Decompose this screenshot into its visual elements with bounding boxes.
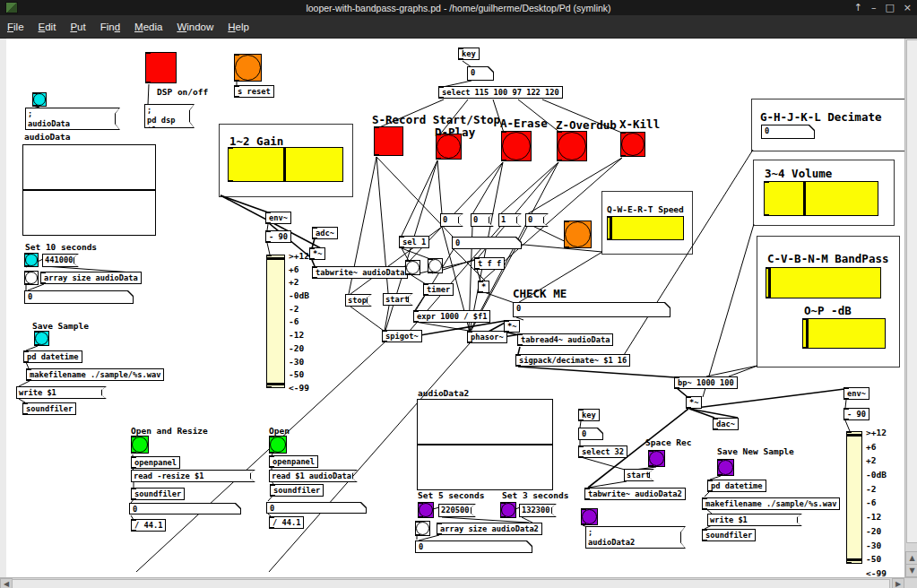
gain-slider[interactable] — [228, 147, 343, 182]
db-scale-tick: -20 — [289, 343, 309, 353]
normalize-bang[interactable] — [32, 92, 47, 107]
maximize-button[interactable]: □ — [885, 2, 894, 13]
audiodata2-array-graph[interactable] — [417, 399, 553, 490]
menu-media[interactable]: Media — [127, 22, 169, 32]
samples-441000-message[interactable]: 441000 — [42, 254, 79, 267]
scroll-right-arrow[interactable]: ▶ — [892, 578, 904, 588]
set3-bang[interactable] — [500, 502, 516, 518]
menu-bar: File Edit Put Find Media Window Help — [0, 15, 917, 39]
reset-bang[interactable] — [234, 54, 262, 82]
slider-knob[interactable] — [806, 319, 809, 348]
message-text: stop — [346, 295, 371, 306]
key-number[interactable]: 0 — [467, 66, 494, 81]
trigger-bang-2[interactable] — [428, 258, 443, 273]
open-comment: Open — [269, 426, 290, 436]
arraysize2-number[interactable]: 0 — [415, 540, 532, 553]
save-new-bang[interactable] — [717, 459, 734, 476]
s-reset-object: s reset — [234, 85, 274, 98]
slider-knob[interactable] — [847, 434, 861, 437]
play-bang[interactable] — [436, 134, 462, 160]
decimate-number[interactable]: 0 — [761, 125, 815, 139]
menu-edit[interactable]: Edit — [31, 22, 64, 32]
menu-put[interactable]: Put — [63, 22, 92, 32]
menu-find[interactable]: Find — [93, 22, 127, 32]
space-rec-bang[interactable] — [648, 450, 665, 467]
open-resize-bang[interactable] — [131, 436, 149, 454]
close-button[interactable]: × — [904, 2, 912, 13]
scroll-left-arrow[interactable]: ◀ — [0, 578, 13, 588]
key2-number[interactable]: 0 — [578, 428, 603, 440]
audiodata-array-graph[interactable] — [22, 144, 156, 236]
scroll-up-arrow[interactable]: ▲ — [905, 551, 917, 565]
space-rec-comment: Space Rec — [645, 437, 691, 447]
normalize2-bang[interactable] — [581, 508, 598, 525]
trigger-ff-object: t f f — [474, 257, 505, 270]
save-sample-bang[interactable] — [34, 331, 49, 346]
adc-object: adc~ — [312, 227, 338, 239]
menu-file[interactable]: File — [0, 22, 31, 32]
overdub-bang[interactable] — [557, 131, 587, 161]
scroll-down-arrow[interactable]: ▼ — [905, 564, 917, 577]
volume-slider[interactable] — [764, 181, 878, 216]
length-number-1[interactable]: 0 — [129, 503, 241, 514]
slider-knob[interactable] — [803, 182, 806, 215]
write-audiodata-message[interactable]: write $1 audioData — [16, 386, 107, 399]
read-resize-message[interactable]: read -resize $1 audioData — [131, 470, 255, 482]
menu-help[interactable]: Help — [221, 22, 256, 32]
samples-220500-message[interactable]: 220500 — [438, 504, 476, 517]
slider-knob[interactable] — [768, 268, 771, 298]
message-text: ; pd dsp $1 — [145, 105, 194, 127]
db-scale-tick: -50 — [866, 554, 887, 564]
horizontal-scrollbar[interactable]: ◀ ▶ — [0, 577, 917, 588]
slider-knob[interactable] — [267, 257, 284, 260]
bang-circle — [416, 522, 429, 535]
start2-message[interactable]: start — [624, 469, 654, 481]
db-scale-tick: -2 — [289, 304, 309, 314]
arraysize-bang[interactable] — [24, 271, 39, 285]
record-toggle[interactable] — [374, 126, 403, 156]
input-level-meter-slider[interactable] — [266, 255, 285, 388]
speed-reset-bang[interactable] — [564, 220, 592, 248]
message-text: start — [625, 470, 653, 480]
slider-knob[interactable] — [283, 148, 286, 181]
start-message[interactable]: start — [383, 293, 413, 306]
menu-window[interactable]: Window — [169, 22, 221, 32]
write-audiodata2-message[interactable]: write $1 audioData2 — [707, 514, 802, 526]
set5-bang[interactable] — [418, 502, 434, 518]
bang-circle — [33, 93, 46, 106]
bandpass-gain-slider[interactable] — [802, 318, 886, 349]
tabwrite-audiodata-object: tabwrite~ audioData — [312, 266, 408, 279]
div441-object: / 44.1 — [131, 519, 166, 532]
speed-slider[interactable] — [607, 216, 684, 240]
samples-132300-message[interactable]: 132300 — [519, 504, 557, 517]
arraysize-object: array size audioData — [40, 272, 142, 284]
bandpass-freq-slider[interactable] — [766, 267, 881, 298]
slider-knob[interactable] — [610, 217, 612, 239]
kill-bang[interactable] — [620, 132, 645, 157]
window-title: looper-with-bandpass-graphs.pd - /home/g… — [0, 3, 917, 13]
open-bang[interactable] — [269, 436, 287, 454]
shade-button[interactable]: ↑ — [854, 2, 862, 13]
output-level-meter-slider[interactable] — [846, 431, 862, 564]
trigger-bang-1[interactable] — [405, 260, 420, 275]
pd-dsp-message[interactable]: ; pd dsp $1 — [144, 104, 195, 128]
audiodata-comment: audioData — [24, 132, 70, 142]
dsp-toggle[interactable] — [145, 52, 177, 83]
erase-bang[interactable] — [501, 131, 532, 161]
checkme-number[interactable]: 0 — [513, 302, 670, 317]
position-number[interactable]: 0 — [452, 237, 522, 249]
read-message[interactable]: read $1 audioData — [269, 470, 358, 482]
vertical-scrollbar-thumb[interactable] — [906, 39, 917, 543]
horizontal-scrollbar-thumb[interactable] — [12, 579, 890, 588]
db-scale-tick: -0dB — [866, 470, 887, 480]
set3-comment: Set 3 seconds — [502, 490, 568, 500]
vertical-scrollbar[interactable]: ▲ ▼ — [904, 38, 917, 577]
length-number-2[interactable]: 0 — [266, 502, 367, 514]
minimize-button[interactable]: – — [871, 2, 877, 13]
arraysize2-bang[interactable] — [415, 521, 430, 536]
audiodata2-normalize-message[interactable]: ; audioData2 normalize — [585, 526, 686, 549]
audiodata-normalize-message[interactable]: ; audioData normalize — [25, 108, 120, 130]
set10-bang[interactable] — [24, 253, 39, 267]
pd-datetime-object: pd datetime — [23, 350, 82, 363]
arraysize-number[interactable]: 0 — [24, 290, 134, 304]
